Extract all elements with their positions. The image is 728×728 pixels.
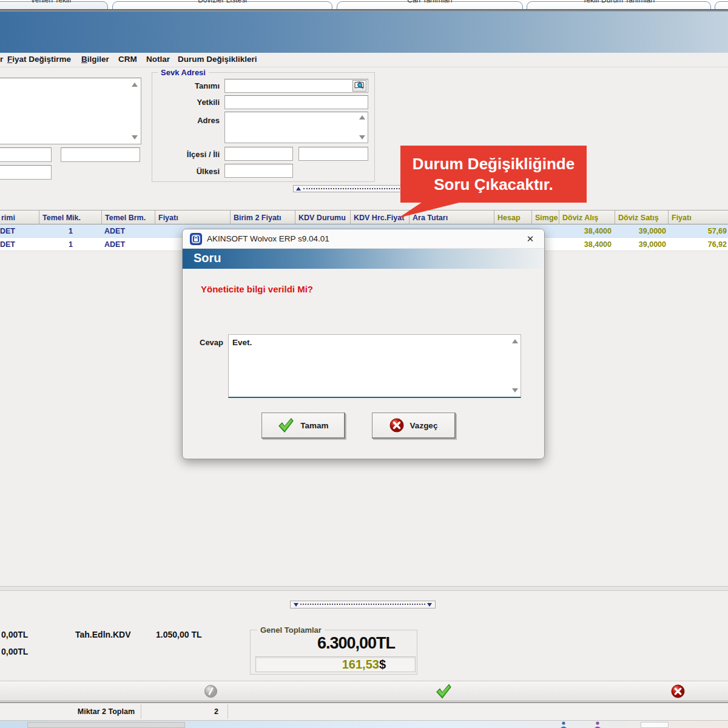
adres-label: Adres (159, 116, 220, 125)
tab-cari-tanimlari[interactable]: Cari Tanımları (337, 1, 523, 9)
title-banner (0, 12, 728, 53)
scroll-up-icon[interactable] (512, 339, 518, 343)
vazgec-label: Vazgeç (410, 421, 438, 430)
soru-dialog: AKINSOFT Wolvox ERP s9.04.01 ✕ Soru Yöne… (182, 229, 545, 459)
tanimi-label: Tanımı (159, 81, 220, 90)
col-header-simge[interactable]: Simge (532, 211, 559, 225)
cevap-textarea[interactable]: Evet. (228, 334, 521, 398)
blue-person-icon[interactable] (560, 721, 567, 728)
close-icon[interactable]: ✕ (524, 232, 537, 246)
total-left-1: 0,00TL (1, 630, 28, 639)
tamam-label: Tamam (300, 421, 328, 430)
menu-item-durum-degisiklikleri[interactable]: Durum Değişiklikleri (178, 55, 257, 64)
dialog-title: AKINSOFT Wolvox ERP s9.04.01 (207, 234, 329, 243)
green-check-icon[interactable] (435, 683, 452, 699)
menu-item-fragment[interactable]: r (0, 55, 5, 64)
col-header-birim2-fiyati[interactable]: Birim 2 Fiyatı (231, 211, 295, 225)
col-header-fiyati-2[interactable]: Fiyatı (669, 211, 728, 225)
tab-dovizler-listesi[interactable]: Dövizler Listesi (112, 1, 332, 9)
sevk-adresi-title: Sevk Adresi (158, 68, 209, 77)
tah-edln-kdv-label: Tah.Edln.KDV (75, 630, 131, 639)
scroll-up-icon[interactable] (132, 83, 138, 87)
scroll-down-icon[interactable] (512, 388, 518, 393)
cell-doviz-satis: 39,0000 (615, 238, 666, 251)
tab-teklif-durum-tanimlari[interactable]: Teklif Durum Tanımları (527, 1, 711, 9)
col-header-kdv-durumu[interactable]: KDV Durumu (295, 211, 351, 225)
trackbar-marker-icon[interactable] (294, 603, 298, 607)
dialog-header-text: Soru (194, 251, 221, 265)
genel-toplam-usd: 161,53 (342, 658, 379, 671)
tanimi-input[interactable] (224, 79, 368, 93)
red-x-icon[interactable] (671, 684, 685, 698)
left-input-3[interactable] (0, 165, 52, 180)
menubar: r Fiyat Değiştirme Bilgiler CRM Notlar D… (0, 53, 728, 67)
tab-verilen-teklif[interactable]: Verilen Teklif (0, 1, 108, 9)
cell-doviz-alis: 38,4000 (559, 238, 612, 251)
scroll-up-icon[interactable] (359, 115, 365, 120)
tah-edln-kdv-value: 1.050,00 TL (156, 630, 202, 639)
miktar-toplam-label: Miktar 2 Toplam (78, 707, 135, 716)
ilcesi-input[interactable] (224, 147, 293, 161)
cevap-value: Evet. (232, 338, 252, 347)
col-header-temel-brm[interactable]: Temel Brm. (102, 211, 155, 225)
ili-input[interactable] (298, 147, 368, 161)
ulkesi-input[interactable] (224, 164, 293, 178)
dialog-titlebar[interactable]: AKINSOFT Wolvox ERP s9.04.01 ✕ (183, 229, 544, 249)
total-left-2: 0,00TL (1, 647, 28, 656)
cell-birimi: DET (0, 224, 36, 238)
col-header-doviz-alis[interactable]: Döviz Alış (559, 211, 615, 225)
tamam-button[interactable]: Tamam (261, 413, 345, 439)
col-header-birimi[interactable]: rimi (0, 211, 39, 225)
genel-toplam-usd-box: 161,53$ (255, 656, 416, 672)
menu-item-bilgiler[interactable]: Bilgiler (81, 55, 109, 64)
genel-toplamlar-title: Genel Toplamlar (257, 625, 325, 635)
statusbar-divider (228, 704, 228, 719)
purple-person-icon[interactable] (594, 721, 601, 728)
scroll-down-icon[interactable] (132, 135, 138, 140)
left-input-1[interactable] (0, 147, 52, 162)
dialog-header-bar: Soru (183, 249, 544, 269)
panel-divider (0, 586, 728, 591)
tab-label: Verilen Teklif (0, 0, 107, 4)
trackbar-marker-icon[interactable] (427, 603, 432, 607)
cell-temel-mik: 1 (39, 238, 73, 251)
adres-textarea[interactable] (224, 112, 368, 143)
menu-item-notlar[interactable]: Notlar (146, 55, 170, 64)
tab-label: Dövizler Listesi (113, 0, 332, 4)
menu-item-fiyat-degistirme[interactable]: Fiyat Değiştirme (7, 55, 71, 64)
ulkesi-label: Ülkesi (159, 167, 220, 176)
left-input-2[interactable] (61, 147, 140, 162)
footer-white-box[interactable] (641, 722, 669, 728)
genel-toplam-tl: 6.300,00TL (317, 634, 395, 653)
cevap-label: Cevap (200, 338, 223, 347)
callout-bubble: Durum Değişikliğinde Soru Çıkacaktır. (400, 146, 587, 203)
col-header-hesap[interactable]: Hesap (494, 211, 532, 225)
gray-slash-icon[interactable] (204, 685, 217, 698)
footer-inset-panel (27, 722, 185, 728)
cell-fiyati: 76,92 (669, 238, 727, 251)
status-bar: Miktar 2 Toplam 2 (0, 702, 728, 721)
col-header-doviz-satis[interactable]: Döviz Satış (615, 211, 669, 225)
genel-toplamlar-groupbox: 6.300,00TL 161,53$ (250, 630, 417, 675)
green-check-icon (277, 417, 294, 433)
scroll-down-icon[interactable] (359, 135, 365, 140)
col-header-fiyati[interactable]: Fiyatı (155, 211, 231, 225)
notes-listbox[interactable] (0, 78, 141, 144)
cell-birimi: DET (0, 238, 36, 251)
callout-line1: Durum Değişikliğinde (400, 153, 587, 174)
lookup-button[interactable] (352, 80, 366, 92)
trackbar-marker-icon[interactable] (296, 187, 301, 190)
cell-doviz-alis: 38,4000 (559, 224, 612, 238)
menu-item-crm[interactable]: CRM (118, 55, 137, 64)
col-header-ara-tutari[interactable]: Ara Tutarı (410, 211, 494, 225)
tab-extra[interactable] (715, 1, 728, 9)
cell-temel-brm: ADET (104, 224, 153, 238)
book-magnifier-icon (354, 81, 365, 89)
lower-trackbar[interactable] (290, 601, 436, 608)
vazgec-button[interactable]: Vazgeç (372, 413, 456, 439)
trackbar-dots (300, 604, 425, 605)
yetkili-input[interactable] (224, 95, 368, 109)
statusbar-divider (141, 704, 141, 719)
col-header-temel-mik[interactable]: Temel Mik. (39, 211, 102, 225)
col-header-kdv-hrc-fiyat[interactable]: KDV Hrc.Fiyat (351, 211, 410, 225)
